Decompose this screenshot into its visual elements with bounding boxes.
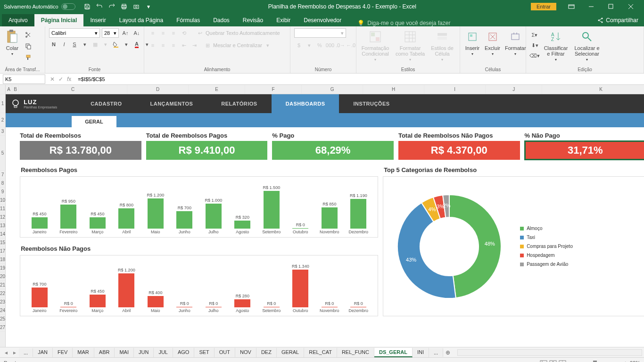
row-header[interactable]: 3 [0,127,5,136]
page-break-view-icon[interactable] [559,360,566,362]
tell-me-search[interactable]: 💡 Diga-me o que você deseja fazer [348,20,592,26]
zoom-in-icon[interactable]: + [624,360,627,362]
col-header[interactable]: C [19,85,127,94]
sheet-tab[interactable]: JAN [33,348,53,357]
dashnav-item[interactable]: RELATÓRIOS [207,94,271,113]
format-table-button[interactable]: Formatar como Tabela▾ [393,28,427,63]
kpi-pct-naopago-value[interactable]: 31,71% [525,141,644,160]
row-header[interactable]: 22 [0,289,5,298]
confirm-formula-icon[interactable]: ✓ [58,76,63,82]
row-header[interactable]: 2 [0,113,5,127]
row-header[interactable]: 27 [0,323,5,332]
cell-styles-button[interactable]: Estilos de Célula▾ [430,28,454,63]
print-icon[interactable] [119,1,129,12]
increase-indent-icon[interactable]: ⇥ [190,41,199,50]
sheet-nav-first-icon[interactable]: ◂ [2,349,10,356]
row-header[interactable]: 21 [0,281,5,289]
sheet-tab[interactable]: JUL [154,348,173,357]
align-right-icon[interactable]: ≡ [169,41,178,50]
align-bottom-icon[interactable]: ≡ [169,28,178,38]
copy-icon[interactable] [24,41,33,51]
row-header[interactable]: 12 [0,213,5,222]
format-painter-icon[interactable] [24,53,33,62]
cancel-formula-icon[interactable]: ✕ [50,76,55,82]
col-header[interactable]: J [486,85,542,94]
format-cells-button[interactable]: Formatar▾ [504,28,527,57]
add-sheet-icon[interactable]: ⊕ [443,349,453,356]
tab-formulas[interactable]: Fórmulas [170,14,206,26]
conditional-format-button[interactable]: Formatação Condicional▾ [360,28,390,63]
sheet-tab[interactable]: REL_FUNC [337,348,374,357]
save-icon[interactable] [82,1,92,12]
row-header[interactable]: 18 [0,255,5,264]
find-select-button[interactable]: Localizar e Selecionar▾ [572,28,602,63]
col-header[interactable]: D [127,85,189,94]
thousands-icon[interactable]: 000 [325,41,335,50]
row-header[interactable]: 25 [0,315,5,323]
sheet-tab-more-right[interactable]: ... [429,348,443,357]
row-header[interactable]: 19 [0,264,5,272]
italic-icon[interactable]: I [59,40,69,49]
row-header[interactable]: 20 [0,272,5,281]
sheet-tab[interactable]: MAI [115,348,134,357]
align-middle-icon[interactable]: ≡ [158,28,168,38]
sort-filter-button[interactable]: AZ Classificar e Filtrar▾ [542,28,570,63]
zoom-out-icon[interactable]: − [568,360,571,362]
sheet-tab[interactable]: JUN [134,348,154,357]
col-header[interactable]: A [6,85,12,94]
normal-view-icon[interactable] [540,360,547,362]
row-header[interactable]: 5 [0,136,5,171]
col-header[interactable]: K [542,85,644,94]
col-header[interactable]: I [424,85,486,94]
row-header[interactable]: 15 [0,239,5,247]
sheet-tab[interactable]: SET [194,348,214,357]
decrease-font-icon[interactable]: A↓ [132,28,141,38]
border-icon[interactable]: ▦ [91,40,100,49]
sheet-tab[interactable]: FEV [53,348,73,357]
sheet-tab[interactable]: OUT [215,348,235,357]
share-button[interactable]: Compartilhar [592,14,644,26]
dashnav-item[interactable]: DASHBOARDS [272,94,339,113]
col-header[interactable]: G [302,85,363,94]
align-center-icon[interactable]: ≡ [158,41,168,50]
sheet-tab[interactable]: MAR [73,348,94,357]
column-headers[interactable]: ABCDEFGHIJK [6,85,644,94]
qat-dropdown-icon[interactable]: ▾ [143,1,154,12]
sheet-nav-prev-icon[interactable]: ▸ [10,349,19,356]
row-header[interactable]: 8 [0,179,5,188]
dashnav-item[interactable]: INSTRUÇÕES [339,94,404,113]
signin-button[interactable]: Entrar [531,3,556,10]
ribbon-options-icon[interactable] [562,0,581,13]
undo-icon[interactable] [94,1,105,12]
autosave-toggle[interactable]: Salvamento Automático [4,3,75,10]
row-header[interactable]: 10 [0,196,5,205]
fill-icon[interactable]: ⬇▾ [530,41,539,50]
decrease-indent-icon[interactable]: ⇤ [179,41,189,50]
row-headers[interactable]: 123578910111213141517181920212223242527 [0,85,6,347]
sheet-tab[interactable]: NOV [235,348,256,357]
close-icon[interactable] [621,0,640,13]
row-header[interactable]: 1 [0,94,5,113]
page-layout-view-icon[interactable] [549,360,557,362]
tab-developer[interactable]: Desenvolvedor [297,14,348,26]
clear-icon[interactable]: ⌫▾ [530,51,539,60]
zoom-value[interactable]: 90% [630,360,640,362]
tab-file[interactable]: Arquivo [2,14,34,26]
underline-icon[interactable]: S [70,40,79,49]
sheet-tab[interactable]: ABR [94,348,115,357]
currency-icon[interactable]: $ [294,41,304,50]
sheet-tab[interactable]: DEZ [256,348,277,357]
dashnav-item[interactable]: LANÇAMENTOS [136,94,207,113]
paste-button[interactable]: Colar ▾ [4,28,21,57]
name-box[interactable] [3,74,45,84]
increase-decimal-icon[interactable]: .0→ [336,41,345,50]
tab-insert[interactable]: Inserir [83,14,112,26]
align-left-icon[interactable]: ≡ [148,41,157,50]
sheet-tab[interactable]: DS_GERAL [374,348,413,357]
insert-cells-button[interactable]: Inserir▾ [464,28,481,57]
row-header[interactable]: 9 [0,188,5,196]
fontsize-select[interactable]: 28▾ [102,28,119,38]
orientation-icon[interactable]: ⟲ [179,28,189,38]
toggle-switch-icon[interactable] [61,3,75,10]
decrease-decimal-icon[interactable]: ←.0 [346,41,355,50]
